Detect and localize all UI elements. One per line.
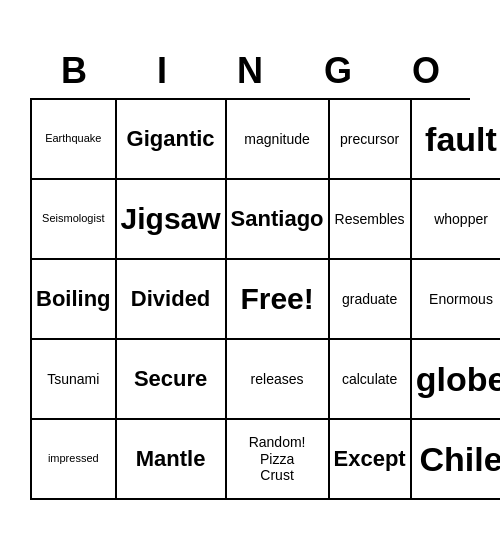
bingo-cell: precursor bbox=[330, 100, 412, 180]
cell-text: Earthquake bbox=[45, 132, 101, 145]
bingo-cell: Random!PizzaCrust bbox=[227, 420, 330, 500]
bingo-cell: Divided bbox=[117, 260, 227, 340]
bingo-cell: Secure bbox=[117, 340, 227, 420]
cell-text: globe bbox=[416, 359, 500, 400]
bingo-cell: globe bbox=[412, 340, 500, 420]
header-letter: O bbox=[382, 44, 470, 98]
bingo-cell: releases bbox=[227, 340, 330, 420]
cell-text: Random!PizzaCrust bbox=[249, 434, 306, 484]
cell-text: Divided bbox=[131, 286, 210, 312]
cell-text: magnitude bbox=[244, 131, 309, 148]
cell-text: Free! bbox=[240, 281, 313, 317]
cell-text: fault bbox=[425, 119, 497, 160]
cell-text: Seismologist bbox=[42, 212, 104, 225]
bingo-cell: Free! bbox=[227, 260, 330, 340]
bingo-cell: Chile bbox=[412, 420, 500, 500]
cell-text: Gigantic bbox=[127, 126, 215, 152]
cell-text: whopper bbox=[434, 211, 488, 228]
cell-text: Mantle bbox=[136, 446, 206, 472]
cell-text: Jigsaw bbox=[121, 201, 221, 237]
bingo-cell: Santiago bbox=[227, 180, 330, 260]
cell-text: Secure bbox=[134, 366, 207, 392]
bingo-cell: Enormous bbox=[412, 260, 500, 340]
cell-text: Chile bbox=[419, 439, 500, 480]
bingo-cell: Tsunami bbox=[32, 340, 117, 420]
bingo-header: BINGO bbox=[30, 44, 470, 98]
cell-text: releases bbox=[251, 371, 304, 388]
bingo-cell: calculate bbox=[330, 340, 412, 420]
cell-text: precursor bbox=[340, 131, 399, 148]
cell-text: Boiling bbox=[36, 286, 111, 312]
bingo-cell: Earthquake bbox=[32, 100, 117, 180]
bingo-cell: whopper bbox=[412, 180, 500, 260]
header-letter: I bbox=[118, 44, 206, 98]
bingo-cell: Jigsaw bbox=[117, 180, 227, 260]
bingo-cell: Seismologist bbox=[32, 180, 117, 260]
bingo-grid: EarthquakeGiganticmagnitudeprecursorfaul… bbox=[30, 98, 470, 500]
bingo-cell: impressed bbox=[32, 420, 117, 500]
bingo-cell: Except bbox=[330, 420, 412, 500]
bingo-cell: Mantle bbox=[117, 420, 227, 500]
bingo-cell: fault bbox=[412, 100, 500, 180]
header-letter: G bbox=[294, 44, 382, 98]
bingo-cell: magnitude bbox=[227, 100, 330, 180]
cell-text: calculate bbox=[342, 371, 397, 388]
bingo-card: BINGO EarthquakeGiganticmagnitudeprecurs… bbox=[20, 34, 480, 510]
cell-text: graduate bbox=[342, 291, 397, 308]
cell-text: Except bbox=[334, 446, 406, 472]
bingo-cell: Boiling bbox=[32, 260, 117, 340]
cell-text: Tsunami bbox=[47, 371, 99, 388]
cell-text: impressed bbox=[48, 452, 99, 465]
cell-text: Santiago bbox=[231, 206, 324, 232]
bingo-cell: Gigantic bbox=[117, 100, 227, 180]
header-letter: B bbox=[30, 44, 118, 98]
bingo-cell: graduate bbox=[330, 260, 412, 340]
bingo-cell: Resembles bbox=[330, 180, 412, 260]
cell-text: Resembles bbox=[335, 211, 405, 228]
cell-text: Enormous bbox=[429, 291, 493, 308]
header-letter: N bbox=[206, 44, 294, 98]
